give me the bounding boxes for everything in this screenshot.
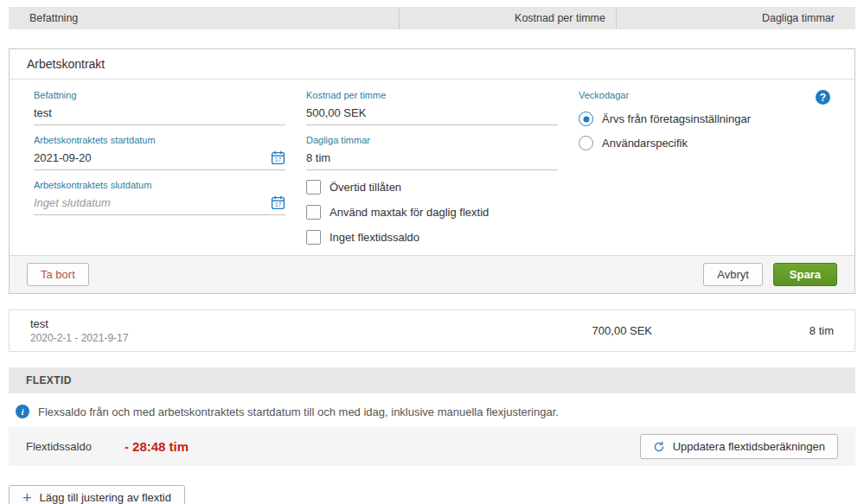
update-button-label: Uppdatera flextidsberäkningen bbox=[673, 440, 825, 453]
update-flex-calculation-button[interactable]: Uppdatera flextidsberäkningen bbox=[640, 434, 838, 459]
form-column-left: Befattning test Arbetskontraktets startd… bbox=[34, 90, 285, 255]
add-flex-adjustment-button[interactable]: + Lägg till justering av flextid bbox=[9, 485, 185, 504]
checkbox-row-inget-flextidssaldo[interactable]: Inget flextidssaldo bbox=[306, 230, 558, 245]
radio-label: Användarspecifik bbox=[602, 137, 688, 150]
field-placeholder: Inget slutdatum bbox=[34, 196, 111, 209]
radio-label: Ärvs från företagsinställningar bbox=[602, 112, 751, 125]
flex-balance-label: Flextidssaldo bbox=[26, 440, 92, 453]
kostnad-input[interactable]: 500,00 SEK bbox=[306, 104, 558, 125]
checkbox-row-maxtak-flextid[interactable]: Använd maxtak för daglig flextid bbox=[306, 205, 558, 220]
checkbox-icon bbox=[306, 230, 321, 245]
form-column-right: Veckodagar ? Ärvs från företagsinställni… bbox=[579, 90, 830, 255]
card-footer: Ta bort Avbryt Spara bbox=[10, 255, 854, 293]
dagliga-timmar-input[interactable]: 8 tim bbox=[306, 149, 558, 170]
checkbox-label: Inget flextidssaldo bbox=[330, 231, 419, 244]
card-title: Arbetskontrakt bbox=[10, 49, 854, 80]
field-value: 8 tim bbox=[306, 151, 330, 164]
field-value: 2021-09-20 bbox=[34, 151, 92, 164]
field-slutdatum: Arbetskontraktets slutdatum Inget slutda… bbox=[34, 180, 285, 215]
befattning-input[interactable]: test bbox=[34, 104, 285, 125]
flextid-info-text: Flexsaldo från och med arbetskontraktets… bbox=[38, 405, 559, 418]
delete-button[interactable]: Ta bort bbox=[27, 263, 89, 286]
veckodagar-header: Veckodagar ? bbox=[579, 90, 830, 105]
checkbox-list: Övertid tillåten Använd maxtak för dagli… bbox=[306, 180, 558, 245]
contract-form: Befattning test Arbetskontraktets startd… bbox=[10, 80, 854, 255]
radio-icon bbox=[579, 136, 593, 150]
cancel-button[interactable]: Avbryt bbox=[703, 263, 763, 286]
calendar-icon[interactable]: 17 bbox=[271, 150, 285, 165]
field-dagliga-timmar: Dagliga timmar 8 tim bbox=[306, 135, 558, 170]
field-label: Dagliga timmar bbox=[306, 135, 558, 145]
page: Befattning Kostnad per timme Dagliga tim… bbox=[0, 0, 864, 504]
form-column-middle: Kostnad per timme 500,00 SEK Dagliga tim… bbox=[306, 90, 558, 255]
radio-row-anvandarspecifik[interactable]: Användarspecifik bbox=[579, 136, 830, 150]
startdatum-input[interactable]: 2021-09-20 17 bbox=[34, 149, 285, 170]
flextid-info-row: i Flexsaldo från och med arbetskontrakte… bbox=[9, 405, 855, 418]
calendar-icon[interactable]: 17 bbox=[271, 195, 285, 210]
contract-daily-hours: 8 tim bbox=[652, 324, 834, 337]
column-header-befattning: Befattning bbox=[9, 7, 399, 29]
radio-row-arvs-fran-foretagsinstallningar[interactable]: Ärvs från företagsinställningar bbox=[579, 112, 830, 126]
checkbox-icon bbox=[306, 205, 321, 220]
flex-balance-value: - 28:48 tim bbox=[125, 439, 189, 454]
footer-actions: Avbryt Spara bbox=[703, 263, 837, 286]
contract-period: 2020-2-1 - 2021-9-17 bbox=[30, 332, 436, 344]
field-value: 500,00 SEK bbox=[306, 106, 366, 119]
svg-text:17: 17 bbox=[275, 201, 282, 207]
field-label: Kostnad per timme bbox=[306, 90, 558, 100]
field-startdatum: Arbetskontraktets startdatum 2021-09-20 … bbox=[34, 135, 285, 170]
checkbox-label: Övertid tillåten bbox=[330, 181, 401, 194]
checkbox-row-overtid[interactable]: Övertid tillåten bbox=[306, 180, 558, 195]
svg-text:17: 17 bbox=[275, 156, 282, 163]
field-label: Arbetskontraktets slutdatum bbox=[34, 180, 285, 190]
column-header-dagliga-timmar: Dagliga timmar bbox=[617, 7, 855, 29]
checkbox-icon bbox=[306, 180, 321, 195]
contract-cost: 700,00 SEK bbox=[436, 324, 652, 337]
plus-icon: + bbox=[22, 492, 32, 504]
checkbox-label: Använd maxtak för daglig flextid bbox=[330, 206, 489, 219]
contract-item-main: test 2020-2-1 - 2021-9-17 bbox=[30, 317, 436, 344]
flextid-section-header: FLEXTID bbox=[9, 367, 855, 393]
refresh-icon bbox=[653, 441, 665, 453]
save-button[interactable]: Spara bbox=[773, 263, 837, 286]
field-label: Befattning bbox=[34, 90, 285, 100]
slutdatum-input[interactable]: Inget slutdatum 17 bbox=[34, 194, 285, 215]
add-button-label: Lägg till justering av flextid bbox=[40, 491, 171, 504]
column-header-kostnad-per-timme: Kostnad per timme bbox=[400, 7, 616, 29]
flex-balance-row: Flextidssaldo - 28:48 tim Uppdatera flex… bbox=[9, 427, 855, 466]
field-befattning: Befattning test bbox=[34, 90, 285, 125]
field-kostnad: Kostnad per timme 500,00 SEK bbox=[306, 90, 558, 125]
contract-edit-card: Arbetskontrakt Befattning test Arbetskon… bbox=[9, 48, 855, 294]
info-icon: i bbox=[16, 405, 29, 418]
radio-icon-selected bbox=[579, 112, 593, 126]
veckodagar-label: Veckodagar bbox=[579, 90, 629, 100]
contracts-table-header: Befattning Kostnad per timme Dagliga tim… bbox=[9, 7, 855, 29]
field-value: test bbox=[34, 106, 52, 119]
contract-list-item[interactable]: test 2020-2-1 - 2021-9-17 700,00 SEK 8 t… bbox=[9, 309, 855, 352]
contract-name: test bbox=[30, 317, 436, 330]
field-label: Arbetskontraktets startdatum bbox=[34, 135, 285, 145]
help-icon[interactable]: ? bbox=[816, 90, 830, 105]
